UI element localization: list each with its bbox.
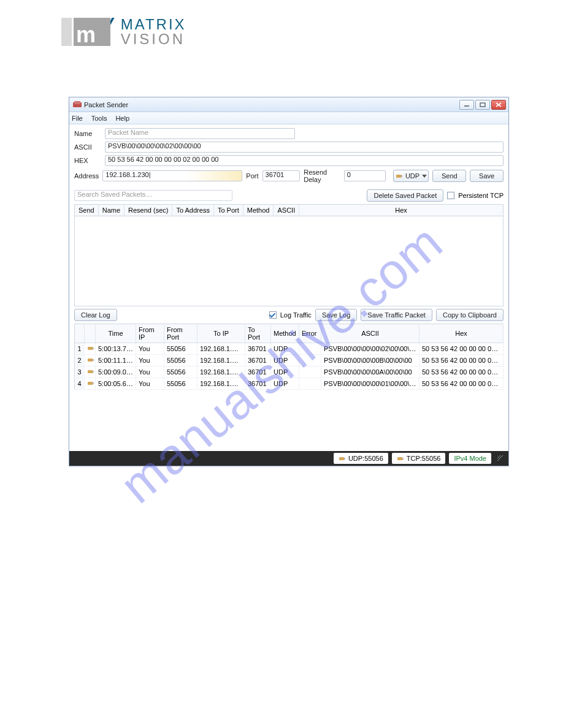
log-col-hex[interactable]: Hex [419, 324, 504, 343]
cell-ascii: PSVB\00\00\00\00A\00\00\00 [321, 366, 419, 378]
log-col-icon[interactable] [85, 324, 96, 343]
label-hex: HEX [74, 157, 101, 164]
status-tcp-label: TCP:55056 [407, 455, 441, 462]
svg-rect-13 [88, 358, 93, 362]
log-col-toip[interactable]: To IP [197, 324, 245, 343]
svg-rect-25 [397, 457, 402, 460]
cell-toip: 192.168.1.230 [197, 366, 245, 378]
status-tcp[interactable]: TCP:55056 [392, 453, 446, 464]
col-send[interactable]: Send [75, 205, 99, 216]
resend-input[interactable]: 0 [344, 170, 386, 181]
cell-toport: 36701 [245, 355, 271, 366]
svg-rect-19 [88, 382, 93, 385]
cell-time: 5:00:09.037 [96, 366, 136, 378]
cell-toip: 192.168.1.230 [197, 343, 245, 355]
svg-rect-11 [93, 347, 94, 348]
plug-icon [396, 173, 403, 179]
window-title: Packet Sender [84, 101, 128, 108]
svg-rect-22 [339, 457, 344, 460]
row-icon [85, 343, 96, 355]
protocol-label: UDP [405, 172, 419, 180]
table-row[interactable]: 25:00:11.172You55056192.168.1.23036701UD… [75, 355, 504, 366]
cell-fromip: You [136, 355, 164, 366]
statusbar: UDP:55056 TCP:55056 IPv4 Mode [69, 451, 508, 466]
save-traffic-packet-button[interactable]: Save Traffic Packet [361, 309, 432, 321]
address-input[interactable]: 192.168.1.230| [102, 170, 242, 181]
col-method[interactable]: Method [243, 205, 274, 216]
app-icon [73, 101, 82, 108]
menu-file[interactable]: File [72, 115, 83, 122]
log-col-toport[interactable]: To Port [245, 324, 271, 343]
saved-packets-body[interactable] [74, 216, 504, 306]
svg-rect-24 [344, 459, 345, 460]
svg-rect-26 [402, 458, 404, 458]
status-udp-label: UDP:55056 [348, 455, 383, 462]
svg-rect-7 [401, 175, 402, 176]
cell-method: UDP [271, 366, 299, 378]
table-row[interactable]: 45:00:05.629You55056192.168.1.23036701UD… [75, 378, 504, 390]
name-input[interactable]: Packet Name [105, 128, 295, 139]
menu-tools[interactable]: Tools [91, 115, 107, 122]
cell-fromport: 55056 [164, 378, 197, 390]
chevron-down-icon [422, 172, 427, 180]
status-mode[interactable]: IPv4 Mode [449, 453, 491, 464]
cell-error [299, 378, 321, 390]
plug-icon [397, 455, 404, 461]
table-row[interactable]: 35:00:09.037You55056192.168.1.23036701UD… [75, 366, 504, 378]
port-input[interactable]: 36701 [262, 170, 301, 181]
menubar: File Tools Help [69, 112, 508, 124]
maximize-button[interactable] [475, 100, 490, 110]
minimize-button[interactable] [459, 100, 474, 110]
send-button[interactable]: Send [432, 170, 466, 182]
cell-toip: 192.168.1.230 [197, 355, 245, 366]
log-col-ascii[interactable]: ASCII [321, 324, 419, 343]
persistent-tcp-checkbox[interactable] [447, 192, 454, 199]
log-col-time[interactable]: Time [96, 324, 136, 343]
status-udp[interactable]: UDP:55056 [334, 453, 388, 464]
col-ascii[interactable]: ASCII [274, 205, 299, 216]
log-col-fromip[interactable]: From IP [136, 324, 164, 343]
menu-help[interactable]: Help [115, 115, 129, 122]
log-col-method[interactable]: Method [271, 324, 299, 343]
log-col-num[interactable] [75, 324, 85, 343]
cell-method: UDP [271, 355, 299, 366]
col-toport[interactable]: To Port [214, 205, 243, 216]
table-row[interactable]: 15:00:13.709You55056192.168.1.23036701UD… [75, 343, 504, 355]
svg-marker-9 [422, 175, 427, 178]
cell-hex: 50 53 56 42 00 00 00 00 41 00 00 00 [419, 366, 504, 378]
delete-saved-packet-button[interactable]: Delete Saved Packet [367, 189, 443, 202]
titlebar[interactable]: Packet Sender [69, 97, 508, 112]
log-col-fromport[interactable]: From Port [164, 324, 197, 343]
saved-packets-header: Send Name Resend (sec) To Address To Por… [74, 204, 504, 216]
col-toaddr[interactable]: To Address [172, 205, 213, 216]
ascii-input[interactable]: PSVB\00\00\00\00\02\00\00\00 [105, 142, 504, 153]
brand-logo: m V MATRIX VISION [61, 17, 186, 47]
app-window: Packet Sender File Tools Help Name [69, 97, 509, 466]
col-resend[interactable]: Resend (sec) [124, 205, 172, 216]
protocol-dropdown[interactable]: UDP [393, 170, 429, 182]
hex-input[interactable]: 50 53 56 42 00 00 00 00 02 00 00 00 [105, 155, 504, 166]
cell-toport: 36701 [245, 366, 271, 378]
copy-clipboard-button[interactable]: Copy to Clipboard [436, 309, 504, 321]
row-icon [85, 378, 96, 390]
col-name[interactable]: Name [99, 205, 124, 216]
cell-fromip: You [136, 343, 164, 355]
svg-rect-3 [480, 103, 485, 107]
search-packets-input[interactable]: Search Saved Packets… [74, 190, 232, 201]
resize-grip-icon[interactable] [497, 455, 504, 461]
svg-rect-16 [88, 370, 93, 373]
col-hex[interactable]: Hex [299, 205, 503, 216]
svg-rect-14 [93, 359, 94, 360]
svg-rect-6 [396, 175, 401, 178]
row-num: 3 [75, 366, 85, 378]
log-traffic-checkbox[interactable] [269, 311, 277, 319]
save-log-button[interactable]: Save Log [315, 309, 357, 321]
clear-log-button[interactable]: Clear Log [74, 309, 117, 321]
cell-time: 5:00:11.172 [96, 355, 136, 366]
label-address: Address [74, 172, 99, 180]
cell-hex: 50 53 56 42 00 00 00 00 01 00 00 00 [419, 378, 504, 390]
close-button[interactable] [491, 100, 506, 110]
save-button[interactable]: Save [470, 170, 504, 182]
logo-line-1: MATRIX [121, 17, 186, 32]
log-col-error[interactable]: Error [299, 324, 321, 343]
